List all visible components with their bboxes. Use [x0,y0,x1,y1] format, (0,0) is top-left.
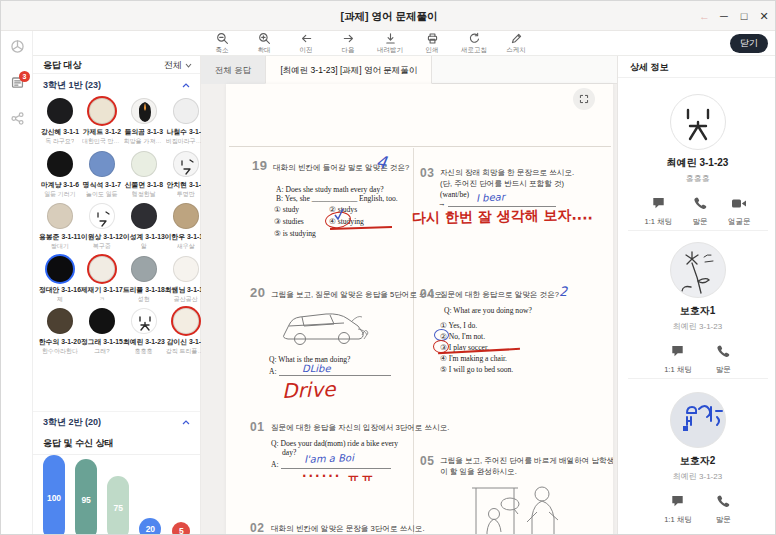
student-subtitle: 독 라구요? [45,137,74,146]
detail-header: 상세 정보 [618,56,776,78]
detail-title: 상세 정보 [630,61,669,74]
q04-handwritten-mark: 2 [559,284,567,299]
student-subtitle: 놀이도 일등 [86,190,118,199]
q01-teacher-note: ······ ㅠㅠ [302,468,376,485]
phone-icon [693,196,707,214]
toolbar-label: 스케치 [506,46,526,55]
tab-all-responses[interactable]: 전체 응답 [201,56,265,84]
q04-option-4: ④ I'm making a chair. [440,354,507,363]
divider [628,230,768,231]
expand-icon [579,94,589,104]
action-말문[interactable]: 말문 [716,494,731,525]
student-subtitle: 제 [57,295,63,304]
close-window-button[interactable]: ✕ [755,1,773,31]
student-item[interactable]: 이성계 3-1-13알 [123,201,165,254]
student-subtitle: 행정한날 [132,190,156,199]
tab-student-response[interactable]: [최예린 3-1-23] [과제] 영어 문제풀이 [265,56,432,84]
student-item[interactable]: 가제트 3-1-2대한민국 만채이! [81,96,123,149]
sketch-icon [510,32,523,45]
action-1:1 채팅[interactable]: 1:1 채팅 [644,196,672,227]
student-item[interactable]: 들의곰 3-1-3희망을 가져라... [123,96,165,149]
student-name: 이원상 3-1-12 [81,232,123,242]
q20-car-illustration [274,305,370,347]
student-item[interactable]: 신쭐면 3-1-8행정한날 [123,149,165,202]
refresh-icon [468,32,481,45]
toolbar-다음[interactable]: 다음 [327,31,369,56]
student-item[interactable]: 강신혜 3-1-1독 라구요? [39,96,81,149]
action-1:1 채팅[interactable]: 1:1 채팅 [664,344,692,375]
next-icon [342,32,355,45]
response-status-chart: 100전체95읽음75응답20무응답5미수신 [43,456,191,535]
q19-option-3: ③ studies [274,217,304,226]
q01-question-line2: day? [282,448,296,457]
rail-globe-button[interactable] [1,35,33,61]
student-grid: 강신혜 3-1-1독 라구요?가제트 3-1-2대한민국 만채이!들의곰 3-1… [39,96,195,408]
q20-number: 20 [250,285,265,300]
bar-value: 75 [107,476,129,535]
viewer-tabbar: 전체 응답 [최예린 3-1-23] [과제] 영어 문제풀이 [201,56,617,84]
column-divider [413,148,414,535]
q19-number: 19 [252,158,267,173]
globe-icon [10,39,25,58]
student-avatar [131,151,157,177]
rail-share-button[interactable] [1,107,33,133]
student-avatar [89,98,115,124]
class-section-1[interactable]: 3학년 1반 (23) [33,74,200,96]
toolbar-이전[interactable]: 이전 [285,31,327,56]
chart-bar-무응답: 20무응답 [139,518,161,535]
toolbar-인쇄[interactable]: 인쇄 [411,31,453,56]
toolbar-축소[interactable]: 축소 [201,31,243,56]
student-item[interactable]: 명식석 3-1-7놀이도 일등 [81,149,123,202]
student-name: 신쭐면 3-1-8 [125,180,163,190]
student-subtitle: 짱대기 [51,242,69,251]
fullscreen-button[interactable] [573,88,595,110]
student-subtitle: 복구중 [93,242,111,251]
rail-assignment-button[interactable]: 3 [1,71,33,97]
student-item[interactable]: 최예린 3-1-23홍홍홍 [123,306,165,359]
worksheet-page[interactable]: 19 대화의 빈칸에 들어갈 말로 알맞은 것은? 4 A: Does she … [226,84,613,535]
status-section: 응답 및 수신 상태 [33,434,200,452]
toolbar-확대[interactable]: 확대 [243,31,285,56]
bar-value: 100 [43,455,65,535]
contact-subtitle: 최예린 3-1-23 [673,321,722,332]
q04-option-1: ① Yes, I do. [440,321,477,330]
student-name: 용봉준 3-1-11 [39,232,81,242]
respondents-title: 응답 대상 [43,59,82,72]
student-subtitle: 강직 트리플시 스핵 [166,347,206,356]
student-avatar [47,308,73,334]
action-1:1 채팅[interactable]: 1:1 채팅 [664,494,692,525]
close-viewer-button[interactable]: 닫기 [730,34,768,53]
q05-text-line1: 그림을 보고, 주어진 단어를 바르게 배열하여 남학생 [440,456,613,466]
student-name: 트리플 3-1-18 [123,285,165,295]
action-label: 1:1 채팅 [644,217,672,227]
q19-line-a: A: Does she study math every day? [276,185,384,194]
class-section-2[interactable]: 3학년 2반 (20) [33,411,200,433]
bar-value: 20 [139,518,161,535]
toolbar-내려받기[interactable]: 내려받기 [369,31,411,56]
student-item[interactable]: 정대안 3-1-16제 [39,254,81,307]
toolbar-스케치[interactable]: 스케치 [495,31,537,56]
student-item[interactable]: 이원상 3-1-12복구중 [81,201,123,254]
toolbar-label: 축소 [216,46,229,55]
action-얼굴문[interactable]: 얼굴문 [728,196,751,227]
action-말문[interactable]: 말문 [716,344,731,375]
student-item[interactable]: 제재기 3-1-17ㅋ [81,254,123,307]
student-name: 최예린 3-1-23 [123,337,165,347]
toolbar-label: 이전 [300,46,313,55]
student-item[interactable]: 마계냥 3-1-6일등 기러기 [39,149,81,202]
q03-student-answer: I bear [476,191,505,203]
maximize-button[interactable]: □ [735,1,753,31]
q04-number: 04 [420,287,434,301]
minimize-button[interactable]: ─ [715,1,733,31]
student-subtitle: 희망을 가져라... [124,137,164,146]
toolbar-새로고침[interactable]: 새로고침 [453,31,495,56]
student-item[interactable]: 한수의 3-1-20한수아라한다 [39,306,81,359]
student-item[interactable]: 용봉준 3-1-11짱대기 [39,201,81,254]
q03-number: 03 [420,166,434,180]
respondent-filter-dropdown[interactable]: 전체 [164,59,192,72]
chevron-down-icon [185,63,192,68]
student-item[interactable]: 정그래 3-1-15그래? [81,306,123,359]
chevron-up-icon [182,420,190,425]
student-item[interactable]: 트리플 3-1-18성현 [123,254,165,307]
action-말문[interactable]: 말문 [692,196,707,227]
